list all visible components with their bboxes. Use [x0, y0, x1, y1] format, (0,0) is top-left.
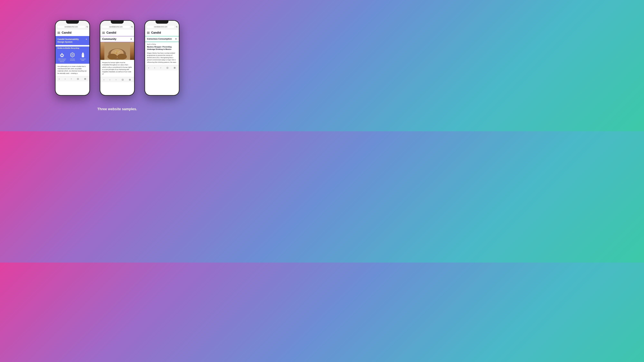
p3-body-text: Diageo Mexico has been running isolated … [145, 52, 179, 65]
p1-close-btn[interactable]: ✕ [86, 38, 88, 40]
p1-icon-chemical: Chemical Recycling [68, 52, 76, 62]
p1-label-bottle: Renewable Bottle [79, 58, 87, 61]
svg-point-2 [72, 54, 73, 55]
back-btn-1[interactable]: ‹ [59, 77, 60, 80]
url-bar-1[interactable]: candidalcohol.com [57, 25, 86, 28]
p1-section-header: Candid Sustainability Design System ✕ [56, 36, 89, 45]
share-btn-3[interactable]: ↑ [160, 66, 161, 69]
tabs-btn-3[interactable]: ⊡ [166, 66, 168, 69]
brand-1: Candid [62, 31, 72, 34]
tabs-btn-2[interactable]: ⊡ [122, 78, 124, 81]
hamburger-2[interactable] [102, 32, 105, 34]
p2-section-title: Community [102, 38, 116, 40]
share-btn-2[interactable]: ↑ [116, 78, 116, 81]
p3-close-btn[interactable]: ✕ [175, 38, 177, 40]
svg-point-10 [115, 51, 116, 52]
svg-point-14 [118, 52, 118, 53]
brand-3: Candid [151, 31, 161, 34]
p1-label-recycle: 100% Recycled & Recyclable Materials [58, 58, 66, 62]
p2-image [100, 42, 134, 60]
more-btn-3[interactable]: ⊞ [174, 66, 176, 69]
back-btn-3[interactable]: ‹ [148, 66, 149, 69]
p1-subtitle: Bottle-to-Bottle Recycling [56, 46, 89, 50]
phone-nav-2: Candid [100, 29, 134, 36]
hexagon-icon [70, 52, 75, 58]
p1-icons-row: 100% Recycled & Recyclable Materials Che… [56, 50, 89, 64]
back-btn-2[interactable]: ‹ [104, 78, 104, 81]
phone-3-inner: candidalcohol.com ↻ Candid Conscious Con… [145, 21, 179, 95]
url-bar-2[interactable]: candidalcohol.com [102, 25, 130, 28]
p3-section-header: Conscious Consumption ✕ [145, 36, 179, 42]
svg-point-15 [114, 53, 115, 54]
refresh-btn-3[interactable]: ↻ [176, 26, 178, 28]
p3-article-title: Mystery Shopper: Preventing Underage Dri… [145, 46, 179, 52]
p3-divider [147, 42, 177, 42]
svg-point-8 [108, 54, 117, 59]
p2-close-btn[interactable]: ✕ [130, 38, 132, 40]
refresh-btn-2[interactable]: ↻ [131, 26, 133, 28]
p1-body-text: Our philosophy is to create a bottle tha… [56, 64, 89, 76]
phones-row: candidalcohol.com ↻ Candid Candid Sustai… [55, 20, 180, 96]
fwd-btn-3[interactable]: › [154, 66, 155, 69]
svg-point-9 [117, 54, 127, 59]
more-btn-2[interactable]: ⊞ [129, 78, 131, 81]
svg-point-16 [119, 51, 120, 52]
svg-point-11 [116, 50, 118, 52]
phone-nav-1: Candid [56, 29, 89, 36]
phone-3: candidalcohol.com ↻ Candid Conscious Con… [144, 20, 180, 96]
p2-section-header: Community ✕ [100, 36, 134, 42]
p1-divider [58, 46, 88, 46]
phone-nav-3: Candid [145, 29, 179, 36]
tabs-btn-1[interactable]: ⊡ [77, 77, 79, 80]
p1-section-title: Candid Sustainability Design System [58, 38, 86, 43]
phone-notch-3 [156, 20, 168, 24]
svg-point-12 [118, 52, 119, 53]
phone-bottom-bar-3: ‹ › ↑ ⊡ ⊞ [145, 65, 179, 70]
p1-icon-bottle: Renewable Bottle [79, 52, 87, 62]
p3-back-link[interactable]: Back to listing [145, 43, 179, 46]
phone-2-inner: candidalcohol.com ↻ Candid Community ✕ [100, 21, 134, 95]
p3-section-title: Conscious Consumption [147, 38, 172, 40]
phone-bottom-bar-2: ‹ › ↑ ⊡ ⊞ [100, 77, 134, 82]
brand-2: Candid [106, 31, 116, 34]
recycle-icon [59, 52, 65, 58]
grain-svg [104, 42, 130, 60]
svg-point-17 [116, 53, 117, 54]
phone-notch-1 [66, 20, 79, 24]
fwd-btn-2[interactable]: › [110, 78, 110, 81]
phone-2: candidalcohol.com ↻ Candid Community ✕ [100, 20, 135, 96]
p1-label-chemical: Chemical Recycling [68, 58, 76, 61]
bottle-icon [80, 52, 86, 58]
hamburger-1[interactable] [58, 32, 60, 34]
phone-notch-2 [111, 20, 124, 24]
share-btn-1[interactable]: ↑ [71, 77, 72, 80]
p2-body-text: Respect for human rights must be embedde… [100, 60, 134, 77]
url-bar-3[interactable]: candidalcohol.com [146, 25, 175, 28]
phone-bottom-bar-1: ‹ › ↑ ⊡ ⊞ [56, 76, 89, 81]
more-btn-1[interactable]: ⊞ [84, 77, 86, 80]
phone-1-inner: candidalcohol.com ↻ Candid Candid Sustai… [56, 21, 89, 95]
fwd-btn-1[interactable]: › [65, 77, 66, 80]
refresh-btn-1[interactable]: ↻ [86, 26, 88, 28]
caption: Three website samples. [98, 107, 137, 111]
phone-1: candidalcohol.com ↻ Candid Candid Sustai… [55, 20, 90, 96]
hamburger-3[interactable] [147, 32, 150, 34]
svg-rect-3 [82, 52, 84, 53]
svg-rect-4 [82, 55, 84, 55]
p1-icon-recycle: 100% Recycled & Recyclable Materials [58, 52, 66, 62]
main-scene: candidalcohol.com ↻ Candid Candid Sustai… [48, 14, 186, 118]
